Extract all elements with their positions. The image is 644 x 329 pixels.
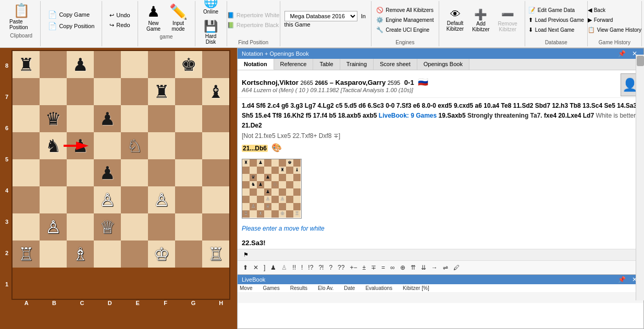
square-c2[interactable] (67, 213, 94, 241)
quest-excl-button[interactable]: ?! (316, 263, 326, 272)
square-h2[interactable] (202, 213, 229, 241)
nav-up-button[interactable]: ⬆ (241, 263, 250, 272)
square-c7[interactable] (67, 78, 94, 105)
square-d6[interactable]: ♟ (94, 105, 121, 132)
square-h5[interactable] (202, 132, 229, 159)
square-e3[interactable] (121, 186, 148, 213)
square-b2[interactable]: ♙ (40, 213, 67, 241)
circleplus-button[interactable]: ⊕ (398, 263, 407, 272)
database-selector[interactable]: Mega Database 2016 (284, 11, 357, 21)
engine-management-button[interactable]: ⚙️Engine Management (373, 16, 437, 24)
square-h3[interactable] (202, 186, 229, 213)
square-c5[interactable]: ♟ (67, 132, 94, 159)
equal-button[interactable]: = (379, 263, 387, 272)
square-f3[interactable]: ♙ (148, 186, 175, 213)
square-b8[interactable] (40, 51, 67, 78)
square-a6[interactable] (13, 105, 40, 132)
square-b6[interactable]: ♛ (40, 105, 67, 132)
undo-button[interactable]: ↩Undo (106, 11, 133, 20)
square-c3[interactable] (67, 186, 94, 213)
square-b5[interactable]: ♞ (40, 132, 67, 159)
repertoire-white-button[interactable]: 📘Repertoire White (224, 11, 283, 20)
square-d1[interactable] (94, 241, 121, 268)
square-d3[interactable]: ♙ (94, 186, 121, 213)
square-g4[interactable] (175, 159, 202, 186)
square-b1[interactable] (40, 241, 67, 268)
default-kibitzer-button[interactable]: 👁 Default Kibitzer (443, 6, 467, 34)
back-button[interactable]: ◀Back (585, 6, 644, 15)
eraser-button[interactable]: 🖊 (451, 263, 462, 272)
square-f5[interactable] (148, 132, 175, 159)
square-f4[interactable] (148, 159, 175, 186)
redo-button[interactable]: ↪Redo (106, 21, 133, 30)
square-a1[interactable]: ♖ (13, 241, 40, 268)
hard-disk-button[interactable]: 💾 Hard Disk (200, 18, 222, 47)
quest-button[interactable]: ? (327, 263, 335, 272)
square-h1[interactable]: ♖ (202, 241, 229, 268)
square-d7[interactable] (94, 78, 121, 105)
square-f7[interactable]: ♜ (148, 78, 175, 105)
copy-position-button[interactable]: 📄 Copy Position (45, 21, 97, 31)
square-d5[interactable] (94, 132, 121, 159)
white-piece-icon[interactable]: ♙ (279, 263, 289, 272)
minusplus-button[interactable]: ∓ (369, 263, 378, 272)
square-h4[interactable] (202, 159, 229, 186)
tab-score-sheet[interactable]: Score sheet (374, 59, 417, 70)
color-indicator[interactable]: 🎨 (271, 143, 282, 152)
square-a5[interactable] (13, 132, 40, 159)
nav-bracket-button[interactable]: ] (262, 263, 267, 272)
square-e6[interactable] (121, 105, 148, 132)
repertoire-black-button[interactable]: 📗Repertoire Black (224, 21, 283, 30)
square-h8[interactable] (202, 51, 229, 78)
remove-kibitzer-button[interactable]: ➖ Remove Kibitzer (495, 6, 521, 34)
square-a7[interactable] (13, 78, 40, 105)
square-f2[interactable] (148, 213, 175, 241)
infinity-button[interactable]: ∞ (388, 263, 397, 272)
square-h6[interactable] (202, 105, 229, 132)
panel-pin-button[interactable]: 📌 (616, 50, 628, 57)
square-e8[interactable] (121, 51, 148, 78)
forward-button[interactable]: ▶Forward (585, 16, 644, 24)
square-c8[interactable]: ♟ (67, 51, 94, 78)
square-d4[interactable]: ♟ (94, 159, 121, 186)
square-a2[interactable] (13, 213, 40, 241)
square-g6[interactable] (175, 105, 202, 132)
scrollbar-thumb[interactable] (637, 56, 644, 66)
excl-button[interactable]: ! (299, 263, 305, 272)
livebook-pin-button[interactable]: 📌 (616, 276, 628, 283)
copy-game-button[interactable]: 📄 Copy Game (45, 9, 97, 20)
square-b3[interactable] (40, 186, 67, 213)
tab-table[interactable]: Table (313, 59, 340, 70)
square-a3[interactable] (13, 186, 40, 213)
new-game-button[interactable]: ♟ New Game (142, 1, 165, 34)
square-e4[interactable] (121, 159, 148, 186)
excl-quest-button[interactable]: !? (306, 263, 315, 272)
scrollbar[interactable] (636, 55, 644, 300)
plus-minus-button[interactable]: +− (348, 263, 359, 272)
square-g1[interactable] (175, 241, 202, 268)
square-c6[interactable] (67, 105, 94, 132)
double-quest-button[interactable]: ?? (336, 263, 346, 272)
livebook-link[interactable]: LiveBook: 9 Games (379, 112, 437, 119)
view-game-history-button[interactable]: 📋View Game History (585, 26, 644, 34)
rightarrow-button[interactable]: → (429, 263, 440, 272)
square-d8[interactable] (94, 51, 121, 78)
chess-board[interactable]: ♜♟♚♜♝♛♟♞♟♘♟♙♙♙♕♖♗♔♖ (11, 50, 230, 300)
black-piece-icon[interactable]: ♟ (268, 263, 278, 272)
down-down-button[interactable]: ⇊ (419, 263, 428, 272)
load-next-game-button[interactable]: ⬇Load Next Game (525, 26, 587, 34)
square-h7[interactable]: ♝ (202, 78, 229, 105)
square-e2[interactable] (121, 213, 148, 241)
add-kibitzer-button[interactable]: ➕ Add Kibitzer (469, 6, 492, 34)
current-move[interactable]: 21...Db6 (242, 145, 268, 152)
load-previous-game-button[interactable]: ⬆Load Previous Game (525, 16, 587, 24)
nav-x-button[interactable]: ✕ (251, 263, 261, 272)
remove-all-kibitzers-button[interactable]: 🚫Remove All Kibitzers (373, 6, 437, 15)
annotation-arrow-up[interactable]: ⚑ (241, 250, 251, 259)
tab-training[interactable]: Training (340, 59, 374, 70)
paste-position-button[interactable]: 📋 Paste Position (6, 1, 36, 32)
online-button[interactable]: 🌐 Online (200, 0, 222, 17)
square-g5[interactable] (175, 132, 202, 159)
square-e7[interactable] (121, 78, 148, 105)
square-a8[interactable]: ♜ (13, 51, 40, 78)
